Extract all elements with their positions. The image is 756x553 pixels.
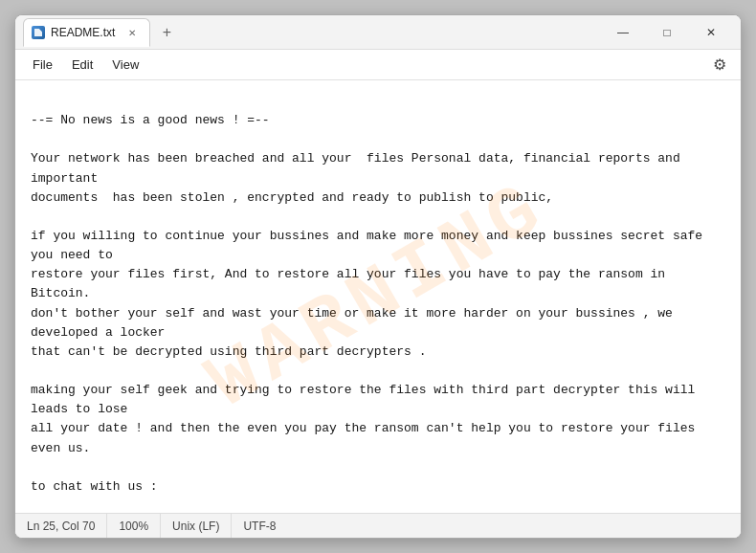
statusbar: Ln 25, Col 70 100% Unix (LF) UTF-8	[15, 513, 741, 538]
tab-close-button[interactable]: ✕	[124, 25, 140, 40]
menubar: File Edit View ⚙	[15, 50, 741, 80]
editor-content: --= No news is a good news ! =-- Your ne…	[31, 92, 725, 513]
encoding: UTF-8	[232, 514, 287, 538]
settings-icon[interactable]: ⚙	[706, 52, 733, 78]
zoom-level: 100%	[107, 514, 161, 538]
file-icon	[32, 26, 45, 39]
maximize-button[interactable]: □	[645, 15, 689, 50]
menu-view[interactable]: View	[102, 54, 148, 76]
line-ending: Unix (LF)	[161, 514, 232, 538]
line-heading: --= No news is a good news ! =--	[31, 113, 270, 127]
main-window: README.txt ✕ + — □ ✕ File Edit View ⚙ WA…	[14, 14, 742, 539]
new-tab-button[interactable]: +	[154, 20, 179, 45]
titlebar-left: README.txt ✕ +	[23, 18, 601, 46]
tab-label: README.txt	[51, 26, 115, 39]
cursor-position: Ln 25, Col 70	[27, 514, 107, 538]
minimize-button[interactable]: —	[601, 15, 645, 50]
line-willing: if you willing to continue your bussines…	[31, 229, 710, 359]
menu-file[interactable]: File	[23, 54, 62, 76]
line-breach: Your network has been breached and all y…	[31, 151, 688, 204]
line-geek: making your self geek and trying to rest…	[31, 383, 702, 454]
active-tab[interactable]: README.txt ✕	[23, 18, 150, 47]
file-icon-shape	[34, 29, 42, 36]
window-controls: — □ ✕	[601, 15, 733, 50]
line-chat: to chat with us :	[31, 479, 158, 494]
close-button[interactable]: ✕	[689, 15, 733, 50]
titlebar: README.txt ✕ + — □ ✕	[15, 15, 741, 50]
text-editor[interactable]: WARNING --= No news is a good news ! =--…	[15, 80, 741, 513]
menu-edit[interactable]: Edit	[62, 54, 102, 76]
